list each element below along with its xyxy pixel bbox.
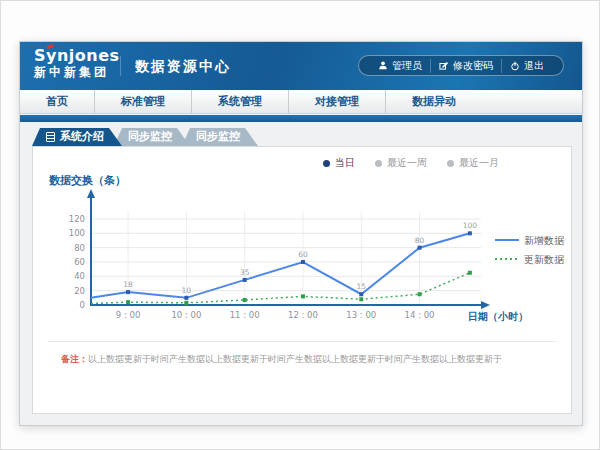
svg-text:80: 80: [74, 243, 85, 253]
svg-text:20: 20: [74, 286, 85, 296]
filter-today[interactable]: 当日: [323, 156, 355, 170]
content-panel: 当日 最近一周 最近一月 数据交换（条） 0204060801001209 : …: [32, 146, 572, 414]
nav-item-system-mgmt[interactable]: 系统管理: [191, 90, 288, 113]
admin-button[interactable]: 管理员: [370, 59, 430, 73]
app-header: Synjones 新中新集团 数据资源中心 管理员: [20, 42, 582, 90]
svg-text:35: 35: [240, 268, 250, 277]
svg-text:0: 0: [80, 300, 85, 310]
radio-dot-icon: [323, 160, 330, 167]
change-password-label: 修改密码: [453, 59, 493, 73]
document-icon: [46, 132, 55, 142]
logo-wordmark: Synjones: [34, 47, 120, 64]
admin-label: 管理员: [392, 59, 422, 73]
main-nav: 首页 标准管理 系统管理 对接管理 数据异动: [20, 90, 582, 114]
logout-button[interactable]: 退出: [501, 59, 552, 73]
nav-item-interface-mgmt[interactable]: 对接管理: [288, 90, 385, 113]
tab-system-intro[interactable]: 系统介绍: [32, 128, 122, 146]
nav-item-home[interactable]: 首页: [20, 90, 94, 113]
nav-item-data-change[interactable]: 数据异动: [385, 90, 482, 113]
page: Synjones 新中新集团 数据资源中心 管理员: [0, 0, 600, 450]
user-icon: [378, 60, 388, 71]
logo-subtext: 新中新集团: [34, 64, 120, 80]
filter-label: 最近一周: [387, 156, 427, 170]
power-icon: [510, 61, 520, 71]
svg-text:10 : 00: 10 : 00: [171, 310, 201, 320]
user-menu: 管理员 修改密码 退出: [358, 55, 564, 76]
chart-x-axis-title: 日期（小时）: [468, 311, 528, 322]
svg-text:15: 15: [356, 282, 366, 291]
svg-text:11 : 00: 11 : 00: [230, 310, 260, 320]
exchange-chart: 0204060801001209 : 0010 : 0011 : 0012 : …: [43, 185, 571, 335]
nav-item-standard-mgmt[interactable]: 标准管理: [94, 90, 191, 113]
svg-text:14 : 00: 14 : 00: [405, 310, 435, 320]
filter-last-month[interactable]: 最近一月: [447, 156, 499, 170]
svg-text:18: 18: [123, 280, 133, 289]
tab-sync-monitor-1[interactable]: 同步监控: [114, 128, 190, 146]
tab-label: 同步监控: [196, 128, 240, 146]
svg-text:60: 60: [74, 257, 85, 267]
svg-text:更新数据: 更新数据: [524, 254, 565, 265]
synjones-logo: Synjones 新中新集团: [34, 47, 120, 80]
tab-sync-monitor-2[interactable]: 同步监控: [182, 128, 258, 146]
chart-grid: [91, 211, 481, 305]
svg-text:100: 100: [69, 228, 85, 238]
filter-label: 最近一月: [459, 156, 499, 170]
logout-label: 退出: [524, 59, 544, 73]
svg-text:新增数据: 新增数据: [524, 235, 565, 246]
nav-accent-strip: [20, 115, 582, 122]
footer-note: 备注：以上数据更新于时间产生数据以上数据更新于时间产生数据以上数据更新于时间产生…: [61, 353, 551, 366]
svg-text:40: 40: [74, 271, 85, 281]
change-password-button[interactable]: 修改密码: [430, 59, 501, 73]
svg-text:100: 100: [463, 221, 478, 230]
svg-text:80: 80: [415, 236, 425, 245]
svg-text:10: 10: [182, 286, 192, 295]
svg-text:60: 60: [298, 250, 308, 259]
radio-dot-icon: [447, 160, 454, 167]
tab-bar: 系统介绍 同步监控 同步监控: [32, 128, 250, 146]
range-filters: 当日 最近一周 最近一月: [323, 156, 499, 170]
note-divider: [48, 341, 556, 342]
svg-text:13 : 00: 13 : 00: [346, 310, 376, 320]
svg-text:12 : 00: 12 : 00: [288, 310, 318, 320]
tab-label: 系统介绍: [60, 128, 104, 146]
filter-last-week[interactable]: 最近一周: [375, 156, 427, 170]
app-window: Synjones 新中新集团 数据资源中心 管理员: [19, 41, 583, 426]
note-text: 以上数据更新于时间产生数据以上数据更新于时间产生数据以上数据更新于时间产生数据以…: [88, 354, 502, 364]
chart-legend: 新增数据更新数据: [495, 235, 565, 265]
edit-icon: [439, 61, 449, 71]
tab-label: 同步监控: [128, 128, 172, 146]
page-title: 数据资源中心: [120, 56, 231, 76]
svg-text:9 : 00: 9 : 00: [116, 310, 141, 320]
note-prefix: 备注：: [61, 354, 88, 364]
svg-text:120: 120: [69, 214, 85, 224]
filter-label: 当日: [335, 156, 355, 170]
radio-dot-icon: [375, 160, 382, 167]
